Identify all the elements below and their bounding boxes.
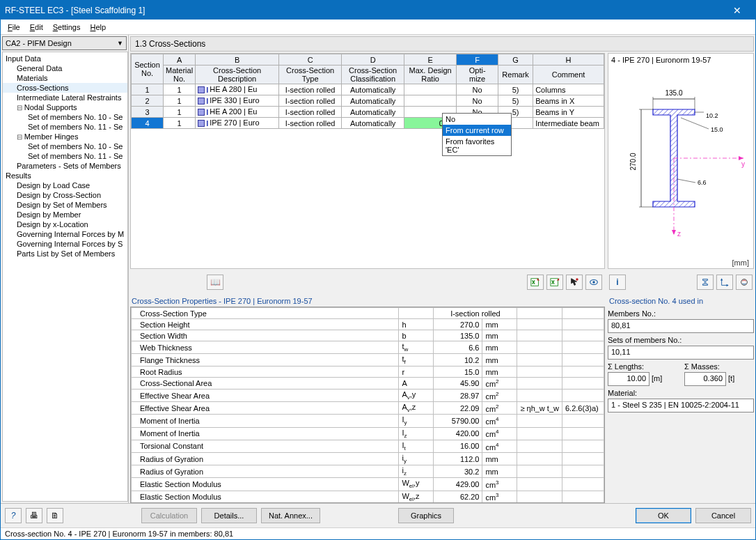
ok-button[interactable]: OK bbox=[636, 508, 691, 523]
members-field[interactable]: 80,81 bbox=[608, 319, 754, 333]
tree-nodal-supports[interactable]: Nodal Supports bbox=[3, 102, 127, 112]
cell-description[interactable]: IHE A 200 | Eu bbox=[196, 107, 279, 118]
tree-item[interactable]: Materials bbox=[3, 73, 127, 83]
cell-remark[interactable]: 5) bbox=[498, 84, 533, 95]
tree-item[interactable]: Governing Internal Forces by M bbox=[3, 229, 127, 239]
cell-type[interactable]: I-section rolled bbox=[279, 118, 342, 129]
cell-comment[interactable]: Intermediate beam bbox=[533, 118, 604, 129]
tree-item[interactable]: Set of members No. 11 - Se bbox=[3, 151, 127, 161]
material-field[interactable]: 1 - Steel S 235 | EN 10025-2:2004-11 bbox=[608, 399, 754, 412]
menu-edit[interactable]: Edit bbox=[26, 22, 47, 33]
tree-item[interactable]: Governing Internal Forces by S bbox=[3, 239, 127, 249]
cell-optimize[interactable]: No bbox=[457, 95, 498, 107]
menu-settings[interactable]: Settings bbox=[49, 22, 85, 33]
nat-annex-button[interactable]: Nat. Annex... bbox=[261, 508, 320, 523]
cell-type[interactable]: I-section rolled bbox=[279, 107, 342, 118]
close-icon[interactable]: ✕ bbox=[723, 3, 751, 17]
cell-class[interactable]: Automatically bbox=[342, 107, 404, 118]
cell-material[interactable]: 1 bbox=[164, 118, 196, 129]
col-letter[interactable]: D bbox=[342, 54, 404, 65]
sets-field[interactable]: 10,11 bbox=[608, 346, 754, 360]
cell-material[interactable]: 1 bbox=[164, 95, 196, 107]
tree-item[interactable]: Parts List by Set of Members bbox=[3, 249, 127, 259]
col-hdr[interactable]: MaterialNo. bbox=[164, 65, 196, 84]
cell-description[interactable]: IIPE 330 | Euro bbox=[196, 95, 279, 107]
cross-sections-grid[interactable]: SectionNo. A B C D E F G H MaterialNo. bbox=[130, 53, 605, 269]
cell-ratio[interactable] bbox=[404, 95, 457, 107]
info-icon[interactable]: i bbox=[609, 275, 626, 290]
cell-material[interactable]: 1 bbox=[164, 107, 196, 118]
col-hdr[interactable]: Cross-SectionClassification bbox=[342, 65, 404, 84]
stress-icon[interactable] bbox=[736, 275, 753, 290]
tree-results[interactable]: Results bbox=[3, 171, 127, 180]
print-icon[interactable]: 🖶 bbox=[26, 508, 42, 523]
cell-comment[interactable]: Beams in Y bbox=[533, 107, 604, 118]
row-header[interactable]: 1 bbox=[132, 84, 164, 95]
cell-class[interactable]: Automatically bbox=[342, 95, 404, 107]
cell-remark[interactable]: 5) bbox=[498, 95, 533, 107]
col-hdr[interactable]: Opti-mize bbox=[457, 65, 498, 84]
col-letter[interactable]: C bbox=[279, 54, 342, 65]
menu-file[interactable]: File bbox=[3, 22, 24, 33]
cell-comment[interactable]: Beams in X bbox=[533, 95, 604, 107]
cancel-button[interactable]: Cancel bbox=[695, 508, 751, 523]
col-section-no[interactable]: SectionNo. bbox=[132, 54, 164, 84]
cell-class[interactable]: Automatically bbox=[342, 84, 404, 95]
tree-item[interactable]: Parameters - Sets of Members bbox=[3, 161, 127, 171]
cell-optimize[interactable]: No bbox=[457, 84, 498, 95]
col-hdr[interactable]: Max. DesignRatio bbox=[404, 65, 457, 84]
row-header[interactable]: 3 bbox=[132, 107, 164, 118]
dropdown-option[interactable]: From current row bbox=[443, 125, 511, 136]
col-letter[interactable]: H bbox=[533, 54, 604, 65]
row-header[interactable]: 2 bbox=[132, 95, 164, 107]
navigator-tree[interactable]: Input Data General Data Materials Cross-… bbox=[2, 52, 128, 502]
graphics-button[interactable]: Graphics bbox=[398, 508, 454, 523]
cell-description[interactable]: IHE A 280 | Eu bbox=[196, 84, 279, 95]
col-letter[interactable]: E bbox=[404, 54, 457, 65]
col-hdr[interactable]: Comment bbox=[533, 65, 604, 84]
calculation-button[interactable]: Calculation bbox=[141, 508, 197, 523]
cell-type[interactable]: I-section rolled bbox=[279, 95, 342, 107]
details-button[interactable]: Details... bbox=[201, 508, 257, 523]
tree-input-data[interactable]: Input Data bbox=[3, 54, 127, 63]
help-icon[interactable]: ? bbox=[5, 508, 22, 523]
tree-item[interactable]: Set of members No. 10 - Se bbox=[3, 141, 127, 151]
cell-material[interactable]: 1 bbox=[164, 84, 196, 95]
axes-icon[interactable] bbox=[716, 275, 733, 290]
print-preview-icon[interactable]: 🗎 bbox=[47, 508, 63, 523]
col-letter[interactable]: G bbox=[498, 54, 533, 65]
col-hdr[interactable]: Remark bbox=[498, 65, 533, 84]
menu-help[interactable]: Help bbox=[86, 22, 110, 33]
cell-class[interactable]: Automatically bbox=[342, 118, 404, 129]
tree-item[interactable]: Design by Cross-Section bbox=[3, 190, 127, 200]
dropdown-option[interactable]: No bbox=[443, 114, 511, 125]
design-case-combo[interactable]: CA2 - PIFM Design ▼ bbox=[2, 36, 127, 50]
tree-item[interactable]: Design by Member bbox=[3, 210, 127, 219]
cell-comment[interactable]: Columns bbox=[533, 84, 604, 95]
cell-type[interactable]: I-section rolled bbox=[279, 84, 342, 95]
tree-item[interactable]: Intermediate Lateral Restraints bbox=[3, 93, 127, 102]
pick-icon[interactable] bbox=[566, 275, 583, 290]
dropdown-option[interactable]: From favorites 'EC' bbox=[443, 136, 511, 155]
tree-item-cross-sections[interactable]: Cross-Sections bbox=[3, 83, 127, 93]
col-hdr[interactable]: Cross-SectionDescription bbox=[196, 65, 279, 84]
cell-ratio[interactable] bbox=[404, 84, 457, 95]
export-excel-icon[interactable] bbox=[527, 275, 544, 290]
import-excel-icon[interactable] bbox=[546, 275, 563, 290]
tree-item[interactable]: General Data bbox=[3, 63, 127, 73]
col-letter-optimize[interactable]: F bbox=[457, 54, 498, 65]
library-icon[interactable]: 📖 bbox=[207, 275, 223, 290]
cell-description[interactable]: IIPE 270 | Euro bbox=[196, 118, 279, 129]
col-letter[interactable]: B bbox=[196, 54, 279, 65]
section-view-icon[interactable] bbox=[697, 275, 714, 290]
col-hdr[interactable]: Cross-SectionType bbox=[279, 65, 342, 84]
view-icon[interactable] bbox=[585, 275, 602, 290]
tree-item[interactable]: Set of members No. 10 - Se bbox=[3, 112, 127, 122]
tree-item[interactable]: Design by Set of Members bbox=[3, 200, 127, 210]
tree-item[interactable]: Design by x-Location bbox=[3, 219, 127, 229]
tree-item[interactable]: Design by Load Case bbox=[3, 180, 127, 190]
row-header[interactable]: 4 bbox=[132, 118, 164, 129]
properties-table[interactable]: Cross-Section TypeI-section rolledSectio… bbox=[130, 307, 605, 503]
tree-item[interactable]: Set of members No. 11 - Se bbox=[3, 122, 127, 132]
tree-member-hinges[interactable]: Member Hinges bbox=[3, 132, 127, 141]
